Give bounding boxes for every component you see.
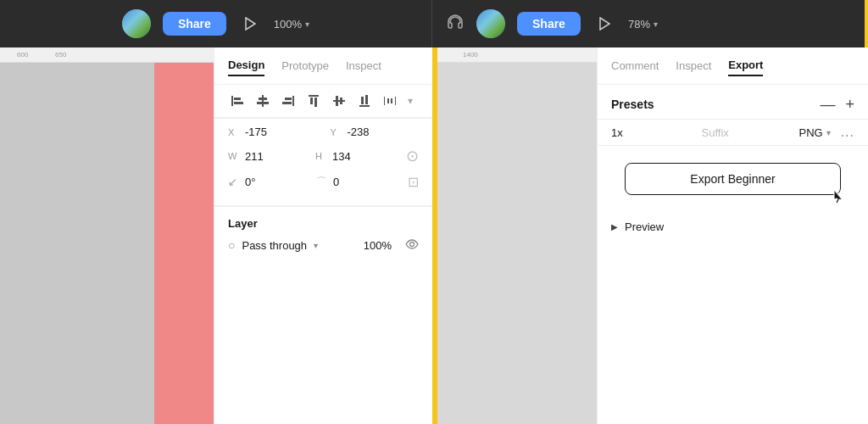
svg-rect-20 [387,98,389,103]
zoom-label-left: 100% [274,18,302,31]
svg-rect-10 [310,98,313,104]
align-bottom-icon[interactable] [355,92,374,110]
topbar-left: Share 100% ▾ [0,0,432,47]
svg-rect-12 [333,100,345,102]
svg-rect-8 [282,102,292,104]
design-properties-panel: Design Prototype Inspect [214,47,432,424]
salmon-strip-left [154,63,214,424]
preview-section[interactable]: ▶ Preview [598,212,868,242]
h-value[interactable]: 134 [332,150,351,163]
angle-label: ↙ [228,176,240,188]
export-button[interactable]: Export Beginner [625,163,841,195]
svg-rect-1 [234,98,241,100]
angle-field: ↙ 0° [228,174,303,190]
x-label: X [228,127,240,137]
clip-icon[interactable]: ⊡ [408,174,419,190]
corner-value[interactable]: 0 [333,176,339,188]
avatar-left[interactable] [122,9,151,38]
distribute-icon[interactable] [381,92,399,110]
preview-label: Preview [625,220,664,233]
svg-rect-11 [314,98,317,107]
play-button-right[interactable] [593,12,616,36]
wh-row: W 211 H 134 ⊙ [228,147,419,165]
preset-suffix[interactable]: Suffix [642,126,788,139]
play-button-left[interactable] [238,12,262,36]
headphone-icon[interactable] [446,14,465,35]
alignment-tools: ▾ [214,85,432,118]
topbar-right: Share 78% ▾ [432,0,868,47]
svg-rect-0 [231,96,233,106]
layer-mode-label[interactable]: Pass through [242,239,307,252]
angle-value[interactable]: 0° [245,176,255,188]
preset-format-label: PNG [798,126,822,139]
preset-scale[interactable]: 1x [611,126,632,139]
align-right-icon[interactable] [279,92,298,110]
share-button-right[interactable]: Share [517,12,581,36]
yellow-accent [865,0,868,47]
svg-rect-21 [391,98,392,103]
canvas-ruler-left: 600 650 [0,47,214,63]
chevron-down-icon-left: ▾ [305,20,309,29]
w-value[interactable]: 211 [245,150,264,163]
panels-container: 600 650 Design Prototype Inspect [0,47,868,424]
y-value[interactable]: -238 [348,126,370,138]
export-side-panel: Comment Inspect Export Presets — + 1x [597,47,868,424]
layer-section: Layer ○ Pass through ▾ 100% [214,207,432,262]
canvas-ruler-right: 1400 [437,47,597,63]
presets-header: Presets — + [598,85,868,119]
more-align-icon[interactable]: ▾ [408,95,413,107]
presets-actions: — + [820,97,854,112]
svg-rect-14 [340,98,342,104]
format-chevron-icon: ▾ [826,128,831,137]
preset-more-button[interactable]: ... [841,125,854,140]
export-tabs: Comment Inspect Export [598,47,868,85]
constrain-proportions-icon[interactable]: ⊙ [406,147,419,165]
zoom-control-left[interactable]: 100% ▾ [274,18,309,31]
svg-rect-19 [395,97,396,105]
y-label: Y [331,127,342,137]
share-button-left[interactable]: Share [163,12,226,36]
preset-format-dropdown[interactable]: PNG ▾ [798,126,830,139]
align-middle-icon[interactable] [330,92,348,110]
preset-row: 1x Suffix PNG ▾ ... [598,120,868,145]
preview-arrow-icon: ▶ [611,222,618,232]
tab-prototype[interactable]: Prototype [281,56,329,75]
zoom-label-right: 78% [628,18,650,31]
canvas-left: 600 650 [0,47,214,424]
xy-row: X -175 Y -238 [228,126,419,138]
ruler-mark-1400: 1400 [463,51,478,59]
tab-design[interactable]: Design [228,55,264,76]
align-left-icon[interactable] [228,92,247,110]
tab-export[interactable]: Export [728,55,763,76]
layer-opacity[interactable]: 100% [364,239,392,252]
svg-rect-5 [257,102,269,104]
remove-preset-button[interactable]: — [820,97,835,112]
layer-mode-dropdown-icon[interactable]: ▾ [314,241,318,250]
canvas-right: 1400 [437,47,597,424]
svg-rect-9 [309,95,319,97]
right-window: 1400 Comment Inspect Export Presets — + [437,47,868,424]
svg-rect-6 [292,96,294,106]
tab-inspect[interactable]: Inspect [346,56,381,75]
svg-rect-13 [336,96,338,106]
x-value[interactable]: -175 [245,126,267,138]
tab-comment[interactable]: Comment [611,56,659,75]
left-window-inner: 600 650 Design Prototype Inspect [0,47,432,424]
tab-inspect[interactable]: Inspect [676,56,711,75]
corner-label: ⌒ [316,175,328,190]
export-button-wrapper: Export Beginner [598,146,868,212]
layer-title: Layer [228,217,419,230]
svg-rect-15 [359,105,370,107]
svg-rect-4 [259,98,267,100]
svg-rect-17 [365,95,368,104]
presets-title: Presets [611,98,820,111]
align-center-h-icon[interactable] [253,92,272,110]
align-top-icon[interactable] [304,92,323,110]
ruler-mark-600: 600 [17,51,28,59]
right-window-inner: 1400 Comment Inspect Export Presets — + [437,47,868,424]
add-preset-button[interactable]: + [845,97,854,112]
avatar-right[interactable] [476,9,505,38]
svg-rect-3 [262,95,264,107]
zoom-control-right[interactable]: 78% ▾ [628,18,658,31]
eye-icon[interactable] [405,238,419,252]
